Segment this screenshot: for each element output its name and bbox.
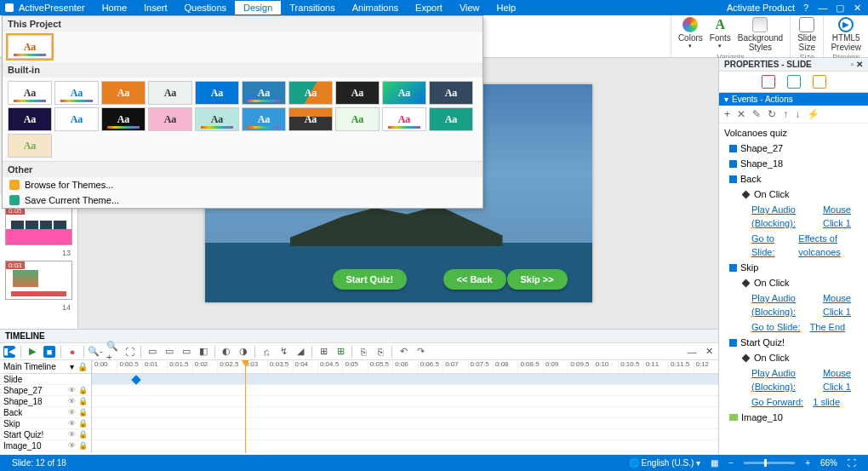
theme-thumb[interactable]: Aa	[195, 107, 239, 131]
tree-back-playaudio[interactable]: Play Audio (Blocking): Mouse Click 1	[719, 202, 868, 231]
slide-thumb-14[interactable]: 0:03	[5, 261, 72, 300]
status-view-grid-icon[interactable]: ▦	[711, 458, 718, 468]
track-row[interactable]: Image_10👁🔒	[0, 440, 91, 451]
browse-themes[interactable]: Browse for Themes...	[3, 177, 483, 192]
tool-icon[interactable]: ↯	[277, 346, 289, 358]
lock-icon[interactable]: 🔒	[78, 441, 88, 450]
tool-icon[interactable]: ◧	[197, 346, 209, 358]
ribbon-colors[interactable]: Colors▾	[678, 17, 703, 49]
theme-thumb[interactable]: Aa	[335, 81, 380, 105]
timeline-track[interactable]	[92, 429, 718, 440]
help-icon[interactable]: ?	[800, 3, 812, 13]
track-row[interactable]: Shape_18👁🔒	[0, 396, 91, 407]
timeline-track[interactable]	[92, 396, 718, 407]
tree-startquiz-onclick[interactable]: On Click	[719, 350, 868, 365]
refresh-icon[interactable]: ↻	[768, 108, 776, 120]
edit-event-icon[interactable]: ✎	[752, 108, 761, 120]
status-zoom-value[interactable]: 66%	[820, 458, 837, 468]
theme-thumb[interactable]: Aa	[101, 107, 146, 131]
tree-back-onclick[interactable]: On Click	[719, 187, 868, 202]
tool-icon[interactable]: ⎘	[374, 346, 386, 358]
theme-thumb[interactable]: Aa	[242, 81, 286, 105]
down-icon[interactable]: ↓	[795, 108, 800, 120]
status-zoom-slider[interactable]	[744, 462, 795, 464]
tree-skip-onclick[interactable]: On Click	[719, 275, 868, 290]
menu-export[interactable]: Export	[407, 1, 451, 14]
theme-thumb[interactable]: Aa	[148, 81, 192, 105]
theme-thumb[interactable]: Aa	[288, 81, 333, 105]
track-row[interactable]: Shape_27👁🔒	[0, 385, 91, 396]
menu-transitions[interactable]: Transitions	[281, 1, 343, 14]
eye-icon[interactable]: 👁	[68, 408, 76, 416]
timeline-record-icon[interactable]: ●	[66, 346, 78, 358]
ribbon-slide-size[interactable]: Slide Size	[797, 17, 816, 52]
tree-skip[interactable]: Skip	[719, 260, 868, 275]
timeline-track[interactable]	[92, 407, 718, 418]
lock-icon[interactable]: 🔒	[78, 386, 88, 394]
status-language[interactable]: 🌐 English (U.S.) ▾	[629, 458, 701, 468]
tree-skip-gotoslide[interactable]: Go to Slide: The End	[719, 319, 868, 335]
timeline-go-start-icon[interactable]: ▮◀	[3, 346, 15, 358]
up-icon[interactable]: ↑	[783, 108, 788, 120]
ribbon-html5-preview[interactable]: ▶HTML5 Preview	[831, 17, 861, 52]
tree-back-gotoslide[interactable]: Go to Slide: Effects of volcanoes	[719, 231, 868, 260]
add-event-icon[interactable]: +	[724, 108, 730, 120]
tool-icon[interactable]: ↶	[397, 346, 409, 358]
theme-thumb[interactable]: Aa	[288, 107, 333, 131]
eye-icon[interactable]: 👁	[68, 430, 76, 439]
status-fit-icon[interactable]: ⛶	[848, 458, 856, 468]
menu-home[interactable]: Home	[94, 1, 135, 14]
tool-icon[interactable]: ◢	[294, 346, 306, 358]
theme-thumb[interactable]: Aa	[335, 107, 380, 131]
timeline-track[interactable]	[92, 418, 718, 429]
minimize-icon[interactable]: —	[817, 3, 829, 13]
skip-button[interactable]: Skip >>	[507, 269, 568, 290]
zoom-out-icon[interactable]: 🔍-	[89, 346, 101, 358]
theme-thumb[interactable]: Aa	[101, 81, 146, 105]
menu-animations[interactable]: Animations	[344, 1, 407, 14]
activate-product-link[interactable]: Activate Product	[727, 3, 795, 13]
slide-thumb-13[interactable]: 0:05	[5, 206, 72, 245]
menu-design[interactable]: Design	[235, 1, 281, 14]
theme-thumb[interactable]: Aa	[429, 107, 473, 131]
tool-icon[interactable]: ▭	[163, 346, 175, 358]
lock-icon[interactable]: 🔒	[78, 408, 88, 416]
timeline-tracks-area[interactable]: 0:000:00.50:010:01.50:020:02.50:030:03.5…	[92, 360, 718, 453]
timeline-ruler[interactable]: 0:000:00.50:010:01.50:020:02.50:030:03.5…	[92, 360, 718, 374]
timeline-selector[interactable]: Main Timeline▾🔒	[0, 360, 91, 374]
timeline-minimize-icon[interactable]: —	[686, 346, 698, 358]
zoom-fit-icon[interactable]: ⛶	[123, 346, 135, 358]
status-zoom-out[interactable]: −	[728, 458, 734, 468]
back-button[interactable]: << Back	[443, 269, 506, 290]
ribbon-background-styles[interactable]: Background Styles	[738, 17, 783, 52]
close-icon[interactable]: ✕	[851, 3, 863, 14]
theme-thumb[interactable]: Aa	[148, 107, 192, 131]
theme-thumb[interactable]: Aa	[8, 107, 52, 131]
tree-skip-playaudio[interactable]: Play Audio (Blocking): Mouse Click 1	[719, 290, 868, 319]
action-icon[interactable]: ⚡	[807, 108, 819, 120]
timeline-track-slide[interactable]	[92, 374, 718, 385]
track-row[interactable]: Slide	[0, 374, 91, 385]
tool-icon[interactable]: ⎌	[260, 346, 272, 358]
timeline-track[interactable]	[92, 385, 718, 396]
eye-icon[interactable]: 👁	[68, 386, 76, 394]
ribbon-fonts[interactable]: AFonts▾	[710, 17, 731, 49]
tree-shape18[interactable]: Shape_18	[719, 156, 868, 171]
tree-back[interactable]: Back	[719, 171, 868, 187]
menu-questions[interactable]: Questions	[176, 1, 236, 14]
prop-tab-1[interactable]	[762, 75, 775, 89]
lock-icon[interactable]: 🔒	[78, 419, 88, 428]
tree-startquiz[interactable]: Start Quiz!	[719, 335, 868, 350]
status-zoom-in[interactable]: +	[805, 458, 810, 468]
save-current-theme[interactable]: Save Current Theme...	[3, 192, 483, 208]
eye-icon[interactable]: 👁	[68, 419, 76, 428]
tree-startquiz-goforward[interactable]: Go Forward: 1 slide	[719, 394, 868, 410]
keyframe-marker[interactable]	[131, 375, 140, 384]
prop-tab-3[interactable]	[813, 75, 826, 89]
tool-icon[interactable]: ▭	[180, 346, 192, 358]
tree-shape27[interactable]: Shape_27	[719, 141, 868, 156]
maximize-icon[interactable]: ▢	[834, 3, 846, 14]
track-row[interactable]: Skip👁🔒	[0, 418, 91, 429]
theme-thumb[interactable]: Aa	[8, 134, 52, 158]
lock-icon[interactable]: 🔒	[78, 430, 88, 439]
